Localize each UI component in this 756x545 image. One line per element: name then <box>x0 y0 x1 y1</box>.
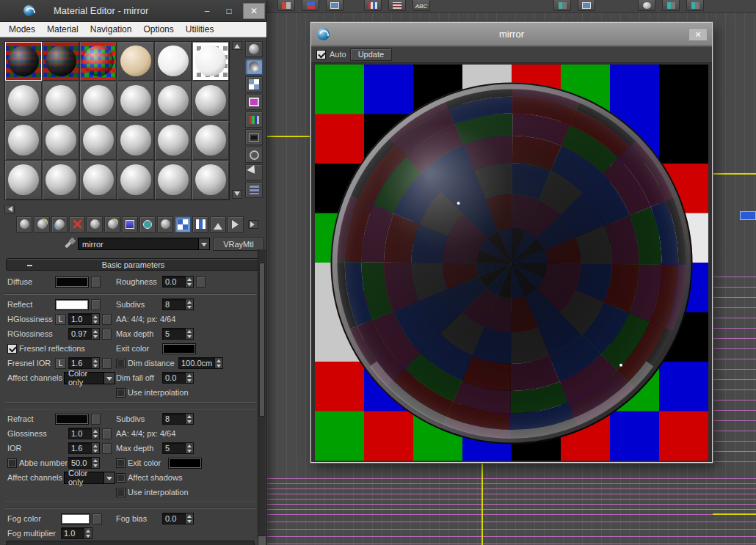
abbe-number-checkbox[interactable] <box>7 458 17 468</box>
spinner-arrows-icon[interactable] <box>185 414 193 424</box>
refract-affect-channels-select[interactable]: Color only <box>64 472 115 484</box>
refract-color-swatch[interactable] <box>55 414 89 425</box>
close-button[interactable]: ✕ <box>243 3 265 19</box>
material-type-button[interactable]: VRayMtl <box>213 238 264 251</box>
rollout-basic-parameters[interactable]: Basic parameters <box>6 258 261 271</box>
diffuse-map-button[interactable] <box>91 277 101 288</box>
material-slot-1[interactable] <box>5 42 42 81</box>
auto-checkbox[interactable] <box>316 50 326 59</box>
assign-to-selection-button[interactable] <box>51 216 68 233</box>
material-slot-5[interactable] <box>155 42 192 81</box>
spinner-arrows-icon[interactable] <box>185 373 193 383</box>
update-button[interactable]: Update <box>350 48 392 61</box>
material-slot-3[interactable] <box>80 42 117 81</box>
material-slot-18[interactable] <box>192 121 229 160</box>
put-to-library-button[interactable] <box>122 216 138 233</box>
toolbar-scroll-right-button[interactable] <box>248 220 258 229</box>
render-production-icon[interactable] <box>662 0 680 11</box>
fog-color-map-button[interactable] <box>92 513 102 524</box>
menu-utilities[interactable]: Utilities <box>186 24 214 34</box>
fresnel-ior-lock-button[interactable]: L <box>55 358 66 369</box>
spinner-arrows-icon[interactable] <box>214 358 222 368</box>
refract-max-depth-spinner[interactable]: 5 <box>162 442 194 454</box>
align-icon[interactable] <box>302 0 319 11</box>
diffuse-color-swatch[interactable] <box>55 277 89 288</box>
reflect-map-button[interactable] <box>91 299 101 310</box>
material-slot-19[interactable] <box>5 161 42 200</box>
make-unique-button[interactable] <box>104 216 120 233</box>
sample-type-button[interactable] <box>245 41 263 57</box>
material-slot-17[interactable] <box>155 121 192 160</box>
fresnel-ior-map-button[interactable] <box>102 358 112 369</box>
ior-spinner[interactable]: 1.6 <box>68 442 100 454</box>
material-name-select[interactable]: mirror <box>78 238 210 250</box>
material-slot-4[interactable] <box>117 42 154 81</box>
preview-close-button[interactable]: ✕ <box>688 28 708 41</box>
menu-navigation[interactable]: Navigation <box>90 24 132 34</box>
slots-scroll-down-button[interactable] <box>232 190 242 199</box>
material-slot-2[interactable] <box>43 42 79 81</box>
hglossiness-spinner[interactable]: 1.0 <box>68 313 100 325</box>
spinner-arrows-icon[interactable] <box>84 528 92 538</box>
options-button[interactable] <box>245 147 263 163</box>
reflect-color-swatch[interactable] <box>55 299 89 310</box>
material-slot-20[interactable] <box>43 161 79 200</box>
hglossiness-map-button[interactable] <box>102 314 112 325</box>
material-slot-7[interactable] <box>5 81 42 120</box>
slots-scroll-up-button[interactable] <box>232 41 242 50</box>
schematic-view-icon[interactable] <box>388 0 406 11</box>
rendered-frame-icon[interactable] <box>578 0 595 11</box>
render-setup-icon[interactable] <box>553 0 571 11</box>
refract-subdivs-spinner[interactable]: 8 <box>162 413 194 425</box>
reflect-use-interpolation-checkbox[interactable] <box>116 388 126 398</box>
rglossiness-map-button[interactable] <box>102 329 112 340</box>
spinner-arrows-icon[interactable] <box>91 329 99 339</box>
dim-falloff-spinner[interactable]: 0.0 <box>162 372 194 384</box>
spinner-arrows-icon[interactable] <box>91 443 99 453</box>
fog-color-swatch[interactable] <box>61 513 90 524</box>
refract-use-interpolation-checkbox[interactable] <box>116 488 126 497</box>
material-slot-9[interactable] <box>80 81 117 120</box>
video-color-check-button[interactable] <box>245 111 263 128</box>
material-editor-icon[interactable] <box>638 0 655 11</box>
go-to-parent-button[interactable] <box>210 216 226 233</box>
layer-manager-icon[interactable] <box>326 0 344 11</box>
ior-map-button[interactable] <box>102 443 112 454</box>
rglossiness-spinner[interactable]: 0.97 <box>68 328 100 340</box>
select-by-material-button[interactable] <box>245 164 263 180</box>
glossiness-spinner[interactable]: 1.0 <box>68 428 100 439</box>
affect-channels-select[interactable]: Color only <box>64 372 115 384</box>
preview-titlebar[interactable]: mirror ✕ <box>311 23 712 46</box>
make-material-copy-button[interactable] <box>87 216 103 233</box>
spinner-arrows-icon[interactable] <box>91 458 99 468</box>
material-slot-22[interactable] <box>117 161 154 200</box>
material-id-channel-button[interactable] <box>139 216 156 233</box>
put-to-scene-button[interactable] <box>34 216 50 233</box>
spinner-arrows-icon[interactable] <box>185 299 193 310</box>
dim-distance-checkbox[interactable] <box>116 359 126 368</box>
material-slot-21[interactable] <box>80 161 117 200</box>
minimize-button[interactable]: – <box>199 4 215 18</box>
reset-map-button[interactable] <box>69 216 85 233</box>
spinner-arrows-icon[interactable] <box>185 277 193 287</box>
spell-check-icon[interactable]: ABC <box>412 0 430 11</box>
material-slot-24[interactable] <box>192 161 229 200</box>
refract-exit-color-checkbox[interactable] <box>116 458 126 468</box>
show-shaded-material-in-viewport-button[interactable] <box>175 216 191 233</box>
sample-uv-tiling-button[interactable] <box>245 94 263 110</box>
roughness-spinner[interactable]: 0.0 <box>162 276 194 288</box>
maximize-button[interactable]: □ <box>221 4 237 18</box>
material-map-navigator-button[interactable] <box>245 182 263 198</box>
menu-material[interactable]: Material <box>47 24 79 34</box>
material-slot-14[interactable] <box>43 121 79 160</box>
reflect-subdivs-spinner[interactable]: 8 <box>162 299 194 310</box>
fresnel-ior-spinner[interactable]: 1.6 <box>68 357 100 369</box>
material-slot-15[interactable] <box>80 121 117 160</box>
material-slot-10[interactable] <box>117 81 154 120</box>
spinner-arrows-icon[interactable] <box>91 314 99 324</box>
make-preview-button[interactable] <box>245 129 263 145</box>
next-rollout-edge[interactable] <box>6 541 255 545</box>
spinner-arrows-icon[interactable] <box>185 443 193 453</box>
menu-options[interactable]: Options <box>143 24 173 34</box>
abbe-number-spinner[interactable]: 50.0 <box>68 457 100 469</box>
